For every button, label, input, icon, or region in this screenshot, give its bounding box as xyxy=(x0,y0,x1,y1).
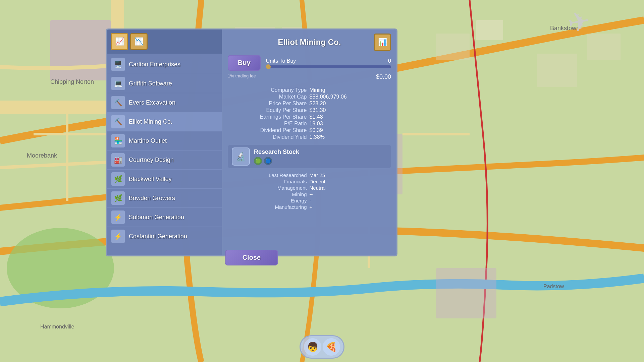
sell-chart-icon: 📉 xyxy=(135,37,144,46)
slider-thumb xyxy=(266,64,271,69)
research-stats: Last ResearchedMar 25FinancialsDecentMan… xyxy=(228,172,391,210)
stat-value: $31.30 xyxy=(310,107,391,113)
company-item-griffith[interactable]: 💻Griffith Software xyxy=(107,74,222,93)
company-name-solomon: Solomon Generation xyxy=(129,214,184,221)
buy-chart-icon: 📈 xyxy=(115,37,124,46)
stat-value: $1.48 xyxy=(310,114,391,120)
svg-rect-10 xyxy=(476,20,503,40)
company-icon-elliot: ⛏️ xyxy=(111,115,125,128)
research-stat-value: + xyxy=(310,204,391,210)
research-stat-value: - xyxy=(310,198,391,203)
units-label-row: Units To Buy 0 xyxy=(266,58,391,64)
research-info: Research Stock 🟢 🔵 xyxy=(254,148,299,165)
stat-label: Earnings Per Share xyxy=(228,114,310,120)
stat-value: Mining xyxy=(310,87,391,93)
research-icon-blue: 🔵 xyxy=(264,157,272,165)
company-item-costantini[interactable]: ⚡Costantini Generation xyxy=(107,227,222,246)
svg-text:Hammondville: Hammondville xyxy=(40,324,74,329)
company-icon-carlton: 🖥️ xyxy=(111,58,125,71)
company-icon-courtney: 🏭 xyxy=(111,153,125,167)
toolbar: 📈 📉 xyxy=(107,29,222,54)
svg-rect-13 xyxy=(436,268,496,318)
stats-grid: Company TypeMiningMarket Cap$58,006,979.… xyxy=(228,87,391,140)
units-slider[interactable] xyxy=(266,65,391,68)
units-label: Units To Buy xyxy=(266,58,296,64)
chart-icon: 📊 xyxy=(378,38,387,47)
sell-toolbar-button[interactable]: 📉 xyxy=(130,33,148,50)
close-button[interactable]: Close xyxy=(225,250,278,265)
stat-value: 19.03 xyxy=(310,121,391,127)
research-stat-label: Mining xyxy=(228,191,310,197)
research-icon-green: 🟢 xyxy=(254,157,262,165)
buy-section: Buy Units To Buy 0 xyxy=(228,55,391,71)
svg-rect-1 xyxy=(50,20,111,80)
company-icon-evers: ⛏️ xyxy=(111,96,125,109)
company-name-evers: Evers Excavation xyxy=(129,99,175,106)
research-icon[interactable]: 🔬 xyxy=(232,147,250,166)
stat-label: Equity Per Share xyxy=(228,107,310,113)
company-item-elliot[interactable]: ⛏️Elliot Mining Co. xyxy=(107,112,222,131)
stat-label: Market Cap xyxy=(228,94,310,100)
research-title: Research Stock xyxy=(254,148,299,156)
company-icon-blackwell: 🌿 xyxy=(111,172,125,186)
company-list: 🖥️Carlton Enterprises💻Griffith Software⛏… xyxy=(107,54,222,255)
units-section: Units To Buy 0 xyxy=(266,58,391,68)
research-icons-row: 🟢 🔵 xyxy=(254,157,299,165)
company-name-costantini: Costantini Generation xyxy=(129,233,187,240)
svg-text:Padstow: Padstow xyxy=(543,284,564,289)
company-icon-costantini: ⚡ xyxy=(111,230,125,243)
research-section: 🔬 Research Stock 🟢 🔵 xyxy=(228,145,391,168)
company-item-blackwell[interactable]: 🌿Blackwell Valley xyxy=(107,170,222,189)
company-name-courtney: Courtney Design xyxy=(129,157,174,164)
stat-label: Dividend Yield xyxy=(228,134,310,140)
research-stat-value: Decent xyxy=(310,179,391,184)
stat-label: Price Per Share xyxy=(228,101,310,107)
svg-rect-12 xyxy=(587,34,621,60)
company-name-carlton: Carlton Enterprises xyxy=(129,61,180,68)
detail-panel: Elliot Mining Co. 📊 Buy Units To Buy 0 1… xyxy=(222,29,396,255)
company-icon-bowden: 🌿 xyxy=(111,191,125,205)
stock-dialog: 📈 📉 🖥️Carlton Enterprises💻Griffith Softw… xyxy=(106,28,397,256)
svg-rect-2 xyxy=(0,101,107,114)
company-item-martino[interactable]: 🏪Martino Outlet xyxy=(107,131,222,150)
stat-label: P/E Ratio xyxy=(228,121,310,127)
company-item-carlton[interactable]: 🖥️Carlton Enterprises xyxy=(107,55,222,74)
company-name-bowden: Bowden Growers xyxy=(129,195,175,202)
detail-title: Elliot Mining Co. xyxy=(245,38,374,47)
company-name-martino: Martino Outlet xyxy=(129,137,167,144)
buy-toolbar-button[interactable]: 📈 xyxy=(111,33,128,50)
svg-rect-9 xyxy=(436,34,470,60)
units-value: 0 xyxy=(388,58,391,64)
company-name-elliot: Elliot Mining Co. xyxy=(129,118,172,125)
stat-label: Dividend Per Share xyxy=(228,127,310,133)
company-icon-griffith: 💻 xyxy=(111,77,125,90)
research-stat-label: Manufacturing xyxy=(228,204,310,210)
detail-header: Elliot Mining Co. 📊 xyxy=(228,34,391,51)
company-item-bowden[interactable]: 🌿Bowden Growers xyxy=(107,189,222,208)
svg-text:Moorebank: Moorebank xyxy=(27,152,57,159)
company-name-blackwell: Blackwell Valley xyxy=(129,176,172,183)
bottom-characters: 👦 🍕 xyxy=(300,335,344,359)
svg-text:Chipping Norton: Chipping Norton xyxy=(50,78,94,85)
character-1[interactable]: 👦 xyxy=(304,338,321,356)
svg-rect-11 xyxy=(537,54,577,87)
stat-value: $58,006,979.06 xyxy=(310,94,391,100)
stat-value: 1.38% xyxy=(310,134,391,140)
company-icon-solomon: ⚡ xyxy=(111,210,125,224)
buy-button[interactable]: Buy xyxy=(228,55,261,71)
company-icon-martino: 🏪 xyxy=(111,134,125,147)
research-stat-label: Management xyxy=(228,185,310,191)
company-item-evers[interactable]: ⛏️Evers Excavation xyxy=(107,93,222,112)
close-button-container: Close xyxy=(225,250,278,265)
research-stat-value: Neutral xyxy=(310,185,391,191)
character-2[interactable]: 🍕 xyxy=(323,338,340,356)
research-stat-value: -- xyxy=(310,191,391,197)
company-list-panel: 📈 📉 🖥️Carlton Enterprises💻Griffith Softw… xyxy=(107,29,222,255)
company-item-solomon[interactable]: ⚡Solomon Generation xyxy=(107,208,222,227)
stat-label: Company Type xyxy=(228,87,310,93)
chart-button[interactable]: 📊 xyxy=(374,34,391,51)
stat-value: $28.20 xyxy=(310,101,391,107)
company-item-courtney[interactable]: 🏭Courtney Design xyxy=(107,150,222,170)
research-stat-label: Energy xyxy=(228,198,310,203)
research-stat-value: Mar 25 xyxy=(310,172,391,178)
